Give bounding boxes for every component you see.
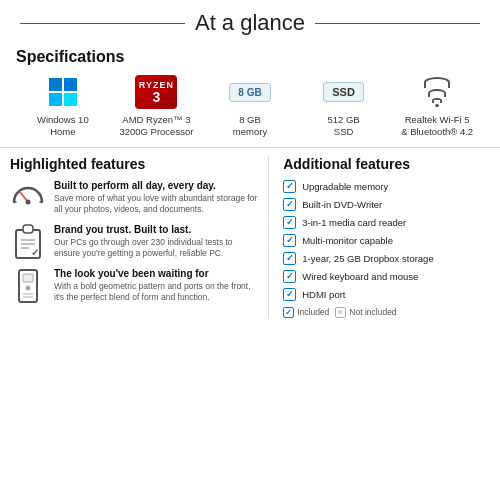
spec-item-ssd: SSD 512 GB SSD	[297, 74, 391, 139]
feature-title-brand: Brand you trust. Built to last.	[54, 224, 258, 235]
legend-not-included-label: Not included	[349, 307, 396, 317]
ram-label: 8 GB memory	[233, 114, 267, 139]
additional-label-2: 3-in-1 media card reader	[302, 217, 406, 228]
check-icon-0: ✓	[283, 180, 296, 193]
feature-text-look: The look you've been waiting for With a …	[54, 268, 258, 304]
svg-rect-8	[23, 274, 33, 282]
ssd-label: 512 GB SSD	[327, 114, 359, 139]
wifi-icon-container	[412, 74, 462, 110]
feature-desc-look: With a bold geometric pattern and ports …	[54, 281, 258, 304]
legend: ✓ Included ✕ Not included	[283, 307, 490, 318]
ram-icon-container: 8 GB	[225, 74, 275, 110]
check-icon-1: ✓	[283, 198, 296, 211]
svg-point-9	[26, 285, 31, 290]
speedometer-icon	[10, 180, 46, 210]
legend-included-label: Included	[297, 307, 329, 317]
ryzen-icon-container: RYZEN 3	[131, 74, 181, 110]
additional-label-4: 1-year, 25 GB Dropbox storage	[302, 253, 434, 264]
check-icon-5: ✓	[283, 270, 296, 283]
spec-item-ryzen: RYZEN 3 AMD Ryzen™ 3 3200G Processor	[110, 74, 204, 139]
specs-grid: Windows 10 Home RYZEN 3 AMD Ryzen™ 3 320…	[16, 74, 484, 139]
page-title: At a glance	[195, 10, 305, 36]
additional-item-4: ✓ 1-year, 25 GB Dropbox storage	[283, 252, 490, 265]
legend-x-icon: ✕	[335, 307, 346, 318]
additional-item-0: ✓ Upgradable memory	[283, 180, 490, 193]
windows-logo-icon	[49, 78, 77, 106]
highlighted-features-section: Highlighted features Built to perform al…	[10, 156, 269, 318]
feature-title-look: The look you've been waiting for	[54, 268, 258, 279]
clipboard-icon: ✓	[10, 224, 46, 260]
additional-section-title: Additional features	[283, 156, 490, 172]
pc-tower-icon	[10, 268, 46, 304]
additional-item-6: ✓ HDMI port	[283, 288, 490, 301]
feature-desc-perform: Save more of what you love with abundant…	[54, 193, 258, 216]
check-icon-2: ✓	[283, 216, 296, 229]
header-line-right	[315, 23, 480, 24]
ssd-badge-icon: SSD	[323, 82, 364, 102]
feature-card-perform: Built to perform all day, every day. Sav…	[10, 180, 258, 216]
svg-rect-2	[23, 225, 33, 233]
feature-desc-brand: Our PCs go through over 230 individual t…	[54, 237, 258, 260]
bottom-section: Highlighted features Built to perform al…	[0, 148, 500, 326]
wifi-icon	[419, 77, 455, 107]
ram-badge-icon: 8 GB	[229, 83, 270, 102]
ryzen-badge-icon: RYZEN 3	[135, 75, 177, 109]
ssd-icon-container: SSD	[319, 74, 369, 110]
legend-check-icon: ✓	[283, 307, 294, 318]
spec-item-windows: Windows 10 Home	[16, 74, 110, 139]
specs-section: Specifications Windows 10 Home RYZEN 3	[0, 42, 500, 148]
check-icon-6: ✓	[283, 288, 296, 301]
additional-item-5: ✓ Wired keyboard and mouse	[283, 270, 490, 283]
wifi-label: Realtek Wi-Fi 5 & Bluetooth® 4.2	[401, 114, 473, 139]
feature-card-brand: ✓ Brand you trust. Built to last. Our PC…	[10, 224, 258, 260]
feature-text-perform: Built to perform all day, every day. Sav…	[54, 180, 258, 216]
legend-not-included: ✕ Not included	[335, 307, 396, 318]
svg-point-0	[26, 199, 31, 204]
svg-text:✓: ✓	[31, 247, 39, 258]
header-line-left	[20, 23, 185, 24]
windows-icon-container	[38, 74, 88, 110]
additional-label-1: Built-in DVD-Writer	[302, 199, 382, 210]
feature-card-look: The look you've been waiting for With a …	[10, 268, 258, 304]
additional-item-3: ✓ Multi-monitor capable	[283, 234, 490, 247]
highlighted-section-title: Highlighted features	[10, 156, 258, 172]
additional-features-section: Additional features ✓ Upgradable memory …	[279, 156, 490, 318]
feature-text-brand: Brand you trust. Built to last. Our PCs …	[54, 224, 258, 260]
legend-included: ✓ Included	[283, 307, 329, 318]
additional-item-2: ✓ 3-in-1 media card reader	[283, 216, 490, 229]
windows-label: Windows 10 Home	[37, 114, 89, 139]
additional-label-0: Upgradable memory	[302, 181, 388, 192]
ryzen-label: AMD Ryzen™ 3 3200G Processor	[119, 114, 193, 139]
specs-section-title: Specifications	[16, 48, 484, 66]
spec-item-wifi: Realtek Wi-Fi 5 & Bluetooth® 4.2	[390, 74, 484, 139]
additional-label-3: Multi-monitor capable	[302, 235, 393, 246]
spec-item-ram: 8 GB 8 GB memory	[203, 74, 297, 139]
check-icon-4: ✓	[283, 252, 296, 265]
additional-label-6: HDMI port	[302, 289, 345, 300]
check-icon-3: ✓	[283, 234, 296, 247]
additional-label-5: Wired keyboard and mouse	[302, 271, 418, 282]
feature-title-perform: Built to perform all day, every day.	[54, 180, 258, 191]
additional-item-1: ✓ Built-in DVD-Writer	[283, 198, 490, 211]
page-header: At a glance	[0, 0, 500, 42]
